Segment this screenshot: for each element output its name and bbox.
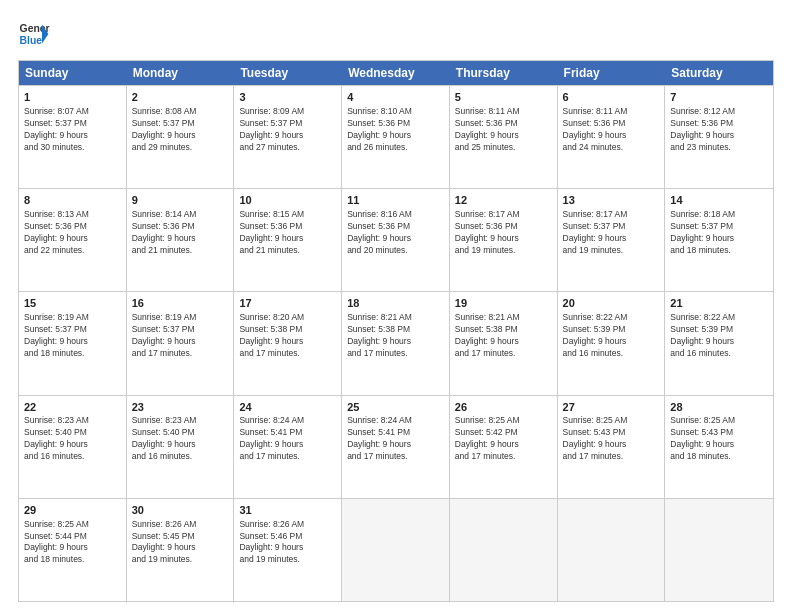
day-number: 27 bbox=[563, 400, 660, 415]
calendar-day-6: 6Sunrise: 8:11 AMSunset: 5:36 PMDaylight… bbox=[558, 86, 666, 188]
day-number: 9 bbox=[132, 193, 229, 208]
day-info: Sunrise: 8:17 AMSunset: 5:36 PMDaylight:… bbox=[455, 209, 552, 257]
calendar-day-28: 28Sunrise: 8:25 AMSunset: 5:43 PMDayligh… bbox=[665, 396, 773, 498]
day-info: Sunrise: 8:24 AMSunset: 5:41 PMDaylight:… bbox=[347, 415, 444, 463]
calendar-day-3: 3Sunrise: 8:09 AMSunset: 5:37 PMDaylight… bbox=[234, 86, 342, 188]
day-header-saturday: Saturday bbox=[665, 61, 773, 85]
day-number: 30 bbox=[132, 503, 229, 518]
calendar-week-2: 8Sunrise: 8:13 AMSunset: 5:36 PMDaylight… bbox=[19, 188, 773, 291]
day-info: Sunrise: 8:26 AMSunset: 5:46 PMDaylight:… bbox=[239, 519, 336, 567]
day-header-sunday: Sunday bbox=[19, 61, 127, 85]
day-info: Sunrise: 8:09 AMSunset: 5:37 PMDaylight:… bbox=[239, 106, 336, 154]
calendar-day-21: 21Sunrise: 8:22 AMSunset: 5:39 PMDayligh… bbox=[665, 292, 773, 394]
calendar-day-8: 8Sunrise: 8:13 AMSunset: 5:36 PMDaylight… bbox=[19, 189, 127, 291]
calendar-day-1: 1Sunrise: 8:07 AMSunset: 5:37 PMDaylight… bbox=[19, 86, 127, 188]
day-info: Sunrise: 8:08 AMSunset: 5:37 PMDaylight:… bbox=[132, 106, 229, 154]
calendar-day-19: 19Sunrise: 8:21 AMSunset: 5:38 PMDayligh… bbox=[450, 292, 558, 394]
day-info: Sunrise: 8:14 AMSunset: 5:36 PMDaylight:… bbox=[132, 209, 229, 257]
day-info: Sunrise: 8:15 AMSunset: 5:36 PMDaylight:… bbox=[239, 209, 336, 257]
day-number: 22 bbox=[24, 400, 121, 415]
calendar-day-30: 30Sunrise: 8:26 AMSunset: 5:45 PMDayligh… bbox=[127, 499, 235, 601]
day-header-tuesday: Tuesday bbox=[234, 61, 342, 85]
day-number: 13 bbox=[563, 193, 660, 208]
day-info: Sunrise: 8:11 AMSunset: 5:36 PMDaylight:… bbox=[455, 106, 552, 154]
day-number: 12 bbox=[455, 193, 552, 208]
calendar-day-24: 24Sunrise: 8:24 AMSunset: 5:41 PMDayligh… bbox=[234, 396, 342, 498]
calendar-day-2: 2Sunrise: 8:08 AMSunset: 5:37 PMDaylight… bbox=[127, 86, 235, 188]
calendar-header: SundayMondayTuesdayWednesdayThursdayFrid… bbox=[19, 61, 773, 85]
day-number: 21 bbox=[670, 296, 768, 311]
day-info: Sunrise: 8:19 AMSunset: 5:37 PMDaylight:… bbox=[24, 312, 121, 360]
calendar-empty-cell bbox=[558, 499, 666, 601]
day-info: Sunrise: 8:07 AMSunset: 5:37 PMDaylight:… bbox=[24, 106, 121, 154]
calendar-day-27: 27Sunrise: 8:25 AMSunset: 5:43 PMDayligh… bbox=[558, 396, 666, 498]
day-info: Sunrise: 8:22 AMSunset: 5:39 PMDaylight:… bbox=[670, 312, 768, 360]
calendar-day-7: 7Sunrise: 8:12 AMSunset: 5:36 PMDaylight… bbox=[665, 86, 773, 188]
day-number: 19 bbox=[455, 296, 552, 311]
calendar-day-22: 22Sunrise: 8:23 AMSunset: 5:40 PMDayligh… bbox=[19, 396, 127, 498]
day-number: 11 bbox=[347, 193, 444, 208]
day-number: 23 bbox=[132, 400, 229, 415]
calendar-day-11: 11Sunrise: 8:16 AMSunset: 5:36 PMDayligh… bbox=[342, 189, 450, 291]
calendar-empty-cell bbox=[342, 499, 450, 601]
day-number: 28 bbox=[670, 400, 768, 415]
day-info: Sunrise: 8:19 AMSunset: 5:37 PMDaylight:… bbox=[132, 312, 229, 360]
calendar-week-5: 29Sunrise: 8:25 AMSunset: 5:44 PMDayligh… bbox=[19, 498, 773, 601]
calendar-week-3: 15Sunrise: 8:19 AMSunset: 5:37 PMDayligh… bbox=[19, 291, 773, 394]
calendar: SundayMondayTuesdayWednesdayThursdayFrid… bbox=[18, 60, 774, 602]
day-info: Sunrise: 8:18 AMSunset: 5:37 PMDaylight:… bbox=[670, 209, 768, 257]
day-number: 8 bbox=[24, 193, 121, 208]
calendar-day-20: 20Sunrise: 8:22 AMSunset: 5:39 PMDayligh… bbox=[558, 292, 666, 394]
day-info: Sunrise: 8:20 AMSunset: 5:38 PMDaylight:… bbox=[239, 312, 336, 360]
logo: General Blue bbox=[18, 18, 54, 50]
calendar-day-17: 17Sunrise: 8:20 AMSunset: 5:38 PMDayligh… bbox=[234, 292, 342, 394]
day-number: 18 bbox=[347, 296, 444, 311]
day-info: Sunrise: 8:12 AMSunset: 5:36 PMDaylight:… bbox=[670, 106, 768, 154]
day-info: Sunrise: 8:25 AMSunset: 5:42 PMDaylight:… bbox=[455, 415, 552, 463]
calendar-day-15: 15Sunrise: 8:19 AMSunset: 5:37 PMDayligh… bbox=[19, 292, 127, 394]
day-info: Sunrise: 8:21 AMSunset: 5:38 PMDaylight:… bbox=[455, 312, 552, 360]
day-number: 26 bbox=[455, 400, 552, 415]
day-header-monday: Monday bbox=[127, 61, 235, 85]
day-number: 14 bbox=[670, 193, 768, 208]
day-number: 2 bbox=[132, 90, 229, 105]
calendar-day-18: 18Sunrise: 8:21 AMSunset: 5:38 PMDayligh… bbox=[342, 292, 450, 394]
calendar-day-25: 25Sunrise: 8:24 AMSunset: 5:41 PMDayligh… bbox=[342, 396, 450, 498]
day-number: 5 bbox=[455, 90, 552, 105]
day-info: Sunrise: 8:24 AMSunset: 5:41 PMDaylight:… bbox=[239, 415, 336, 463]
day-number: 29 bbox=[24, 503, 121, 518]
day-number: 4 bbox=[347, 90, 444, 105]
calendar-empty-cell bbox=[450, 499, 558, 601]
calendar-day-4: 4Sunrise: 8:10 AMSunset: 5:36 PMDaylight… bbox=[342, 86, 450, 188]
calendar-day-14: 14Sunrise: 8:18 AMSunset: 5:37 PMDayligh… bbox=[665, 189, 773, 291]
day-number: 1 bbox=[24, 90, 121, 105]
day-number: 17 bbox=[239, 296, 336, 311]
day-info: Sunrise: 8:23 AMSunset: 5:40 PMDaylight:… bbox=[24, 415, 121, 463]
day-number: 6 bbox=[563, 90, 660, 105]
day-header-wednesday: Wednesday bbox=[342, 61, 450, 85]
day-number: 10 bbox=[239, 193, 336, 208]
calendar-body: 1Sunrise: 8:07 AMSunset: 5:37 PMDaylight… bbox=[19, 85, 773, 601]
header: General Blue bbox=[18, 18, 774, 50]
calendar-day-23: 23Sunrise: 8:23 AMSunset: 5:40 PMDayligh… bbox=[127, 396, 235, 498]
day-number: 3 bbox=[239, 90, 336, 105]
page: General Blue SundayMondayTuesdayWednesda… bbox=[0, 0, 792, 612]
day-number: 31 bbox=[239, 503, 336, 518]
calendar-day-10: 10Sunrise: 8:15 AMSunset: 5:36 PMDayligh… bbox=[234, 189, 342, 291]
day-number: 15 bbox=[24, 296, 121, 311]
day-info: Sunrise: 8:23 AMSunset: 5:40 PMDaylight:… bbox=[132, 415, 229, 463]
calendar-day-16: 16Sunrise: 8:19 AMSunset: 5:37 PMDayligh… bbox=[127, 292, 235, 394]
day-info: Sunrise: 8:26 AMSunset: 5:45 PMDaylight:… bbox=[132, 519, 229, 567]
calendar-day-31: 31Sunrise: 8:26 AMSunset: 5:46 PMDayligh… bbox=[234, 499, 342, 601]
day-info: Sunrise: 8:25 AMSunset: 5:44 PMDaylight:… bbox=[24, 519, 121, 567]
calendar-day-5: 5Sunrise: 8:11 AMSunset: 5:36 PMDaylight… bbox=[450, 86, 558, 188]
day-number: 7 bbox=[670, 90, 768, 105]
day-number: 24 bbox=[239, 400, 336, 415]
calendar-day-9: 9Sunrise: 8:14 AMSunset: 5:36 PMDaylight… bbox=[127, 189, 235, 291]
day-info: Sunrise: 8:25 AMSunset: 5:43 PMDaylight:… bbox=[563, 415, 660, 463]
day-info: Sunrise: 8:10 AMSunset: 5:36 PMDaylight:… bbox=[347, 106, 444, 154]
svg-text:Blue: Blue bbox=[20, 35, 43, 46]
day-number: 20 bbox=[563, 296, 660, 311]
day-header-friday: Friday bbox=[558, 61, 666, 85]
day-info: Sunrise: 8:11 AMSunset: 5:36 PMDaylight:… bbox=[563, 106, 660, 154]
